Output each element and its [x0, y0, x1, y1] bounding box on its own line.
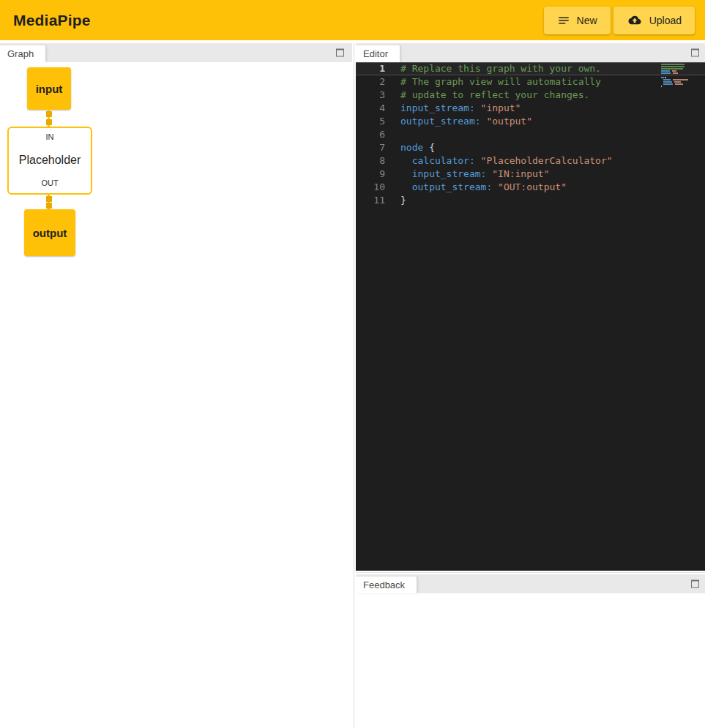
- line-number: 5: [356, 115, 385, 128]
- graph-panel: Graph input IN Placeholder OUT output: [0, 43, 352, 728]
- line-number: 7: [356, 141, 385, 154]
- graph-node-placeholder[interactable]: IN Placeholder OUT: [7, 127, 92, 195]
- output-port-dot: [46, 196, 52, 202]
- input-port-dot: [46, 119, 52, 125]
- new-button-label: New: [577, 15, 597, 26]
- code-line[interactable]: 11}: [356, 194, 705, 207]
- code-line[interactable]: 6: [356, 128, 705, 141]
- code-line[interactable]: 3# update to reflect your changes.: [356, 89, 705, 102]
- app-title: MediaPipe: [13, 12, 91, 29]
- graph-node-input[interactable]: input: [27, 67, 71, 110]
- output-port-dot: [46, 111, 52, 117]
- placeholder-node-title: Placeholder: [19, 154, 81, 167]
- line-number: 1: [356, 62, 385, 75]
- app-header: MediaPipe New Upload: [0, 0, 705, 40]
- placeholder-in-label: IN: [46, 132, 54, 141]
- editor-tabbar: Editor: [356, 43, 705, 62]
- upload-button[interactable]: Upload: [613, 7, 695, 34]
- feedback-tabbar: Feedback: [356, 574, 705, 593]
- line-number: 6: [356, 128, 385, 141]
- right-column: Editor 1# Replace this graph with your o…: [356, 43, 705, 728]
- graph-maximize-icon[interactable]: [336, 49, 344, 57]
- output-node-label: output: [33, 227, 67, 239]
- code-editor[interactable]: 1# Replace this graph with your own.2# T…: [356, 62, 705, 571]
- workspace: Graph input IN Placeholder OUT output: [0, 40, 705, 728]
- code-line[interactable]: 7node {: [356, 141, 705, 154]
- line-number: 2: [356, 75, 385, 89]
- feedback-maximize-icon[interactable]: [691, 580, 699, 588]
- line-number: 4: [356, 102, 385, 115]
- code-line[interactable]: 9 input_stream: "IN:input": [356, 168, 705, 181]
- menu-lines-icon: [557, 14, 570, 27]
- new-button[interactable]: New: [544, 7, 611, 34]
- graph-node-output[interactable]: output: [24, 209, 75, 256]
- header-buttons: New Upload: [544, 7, 695, 34]
- line-number: 3: [356, 89, 385, 102]
- feedback-panel: Feedback: [356, 574, 705, 728]
- code-line[interactable]: 5output_stream: "output": [356, 115, 705, 128]
- code-line[interactable]: 1# Replace this graph with your own.: [356, 62, 705, 75]
- placeholder-out-label: OUT: [41, 179, 58, 187]
- upload-button-label: Upload: [649, 15, 682, 26]
- input-node-label: input: [36, 83, 63, 95]
- line-number: 8: [356, 154, 385, 168]
- tab-editor[interactable]: Editor: [356, 45, 400, 62]
- minimap[interactable]: [661, 64, 695, 88]
- feedback-tab-label: Feedback: [363, 579, 405, 590]
- line-number: 9: [356, 168, 385, 181]
- graph-canvas[interactable]: input IN Placeholder OUT output: [0, 62, 352, 728]
- editor-maximize-icon[interactable]: [691, 49, 699, 57]
- graph-tabbar: Graph: [0, 43, 352, 62]
- tab-feedback[interactable]: Feedback: [356, 577, 417, 593]
- cloud-upload-icon: [627, 14, 643, 26]
- code-lines: 1# Replace this graph with your own.2# T…: [356, 62, 705, 207]
- line-number: 10: [356, 181, 385, 194]
- editor-tab-label: Editor: [363, 48, 388, 59]
- line-number: 11: [356, 194, 385, 207]
- tab-graph[interactable]: Graph: [0, 45, 45, 62]
- code-line[interactable]: 10 output_stream: "OUT:output": [356, 181, 705, 194]
- code-line[interactable]: 2# The graph view will automatically: [356, 75, 705, 89]
- graph-tab-label: Graph: [7, 48, 34, 59]
- feedback-content: [356, 593, 705, 728]
- code-line[interactable]: 8 calculator: "PlaceholderCalculator": [356, 154, 705, 168]
- input-port-dot: [46, 203, 52, 209]
- code-line[interactable]: 4input_stream: "input": [356, 102, 705, 115]
- editor-panel: Editor 1# Replace this graph with your o…: [356, 43, 705, 571]
